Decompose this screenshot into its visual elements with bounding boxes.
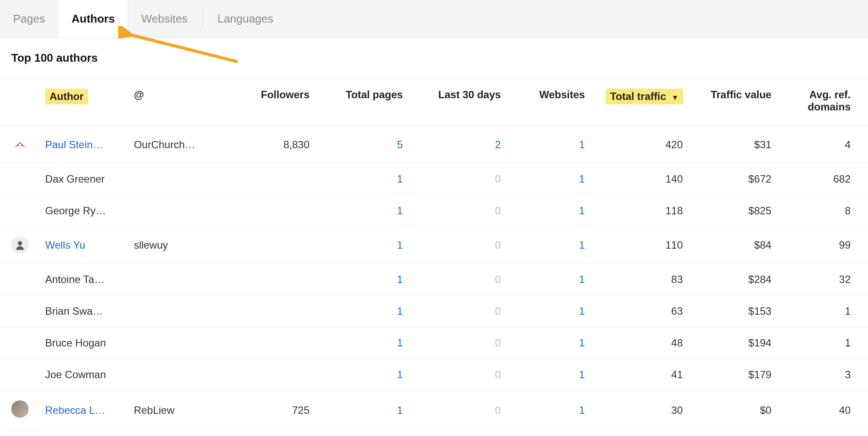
cell-avg-ref: 1 <box>779 327 868 359</box>
cell-total-traffic: 48 <box>593 327 691 359</box>
total-pages-link[interactable]: 1 <box>397 239 403 251</box>
websites-link[interactable]: 1 <box>579 273 584 285</box>
cell-avg-ref: 4 <box>779 126 868 163</box>
websites-link[interactable]: 1 <box>579 369 584 380</box>
cell-traffic-value: $672 <box>691 163 779 195</box>
cell-websites: 1 <box>508 227 592 264</box>
table-row: Wells Yusllewuy101110$8499 <box>0 227 868 264</box>
total-pages-link[interactable]: 1 <box>397 205 403 216</box>
col-header-avatar <box>0 78 37 126</box>
col-header-avg-ref-domains[interactable]: Avg. ref. domains <box>779 78 868 126</box>
cell-websites: 1 <box>508 126 592 163</box>
cell-at: OurChurch… <box>126 126 228 163</box>
authors-table: Author @ Followers Total pages Last 30 d… <box>0 78 868 430</box>
cell-avatar <box>0 327 37 359</box>
total-pages-link[interactable]: 1 <box>397 404 403 416</box>
author-link[interactable]: Wells Yu <box>45 239 86 251</box>
cell-traffic-value: $31 <box>691 126 779 163</box>
cell-author: Antoine Ta… <box>37 264 126 296</box>
cell-avg-ref: 1 <box>779 296 868 327</box>
cell-author: Rebecca L… <box>37 391 126 430</box>
cell-avatar <box>0 296 37 327</box>
cell-traffic-value: $179 <box>691 359 779 391</box>
cell-followers <box>229 264 317 296</box>
col-header-at[interactable]: @ <box>126 78 228 126</box>
cell-avatar <box>0 195 37 227</box>
cell-followers <box>229 163 317 195</box>
websites-link[interactable]: 1 <box>579 173 584 185</box>
table-row: Bruce Hogan10148$1941 <box>0 327 868 359</box>
author-avatar-icon <box>11 136 29 153</box>
cell-last-30: 0 <box>411 327 509 359</box>
cell-followers <box>229 327 317 359</box>
cell-traffic-value: $194 <box>691 327 779 359</box>
websites-link[interactable]: 1 <box>579 404 584 416</box>
cell-author: Dax Greener <box>37 163 126 195</box>
tab-websites[interactable]: Websites <box>128 0 200 38</box>
cell-at: sllewuy <box>126 227 228 264</box>
websites-link[interactable]: 1 <box>579 337 584 349</box>
cell-at <box>126 264 228 296</box>
cell-traffic-value: $284 <box>691 264 779 296</box>
last-30-value: 0 <box>495 173 501 185</box>
websites-link[interactable]: 1 <box>579 239 584 251</box>
author-name: Antoine Ta… <box>45 273 105 285</box>
cell-traffic-value: $825 <box>691 195 779 227</box>
cell-avg-ref: 8 <box>779 195 868 227</box>
last-30-value[interactable]: 2 <box>495 139 501 150</box>
author-name: Dax Greener <box>45 173 105 185</box>
cell-total-pages: 1 <box>317 227 411 264</box>
cell-avatar <box>0 126 37 163</box>
col-header-total-traffic[interactable]: Total traffic ▼ <box>593 78 691 126</box>
tab-bar: Pages Authors Websites Languages <box>0 0 868 38</box>
cell-followers: 725 <box>229 391 317 430</box>
cell-avg-ref: 682 <box>779 163 868 195</box>
author-name: Joe Cowman <box>45 369 106 380</box>
total-pages-link[interactable]: 1 <box>397 369 403 380</box>
total-pages-link[interactable]: 1 <box>397 273 403 285</box>
cell-total-pages: 1 <box>317 296 411 327</box>
cell-at <box>126 195 228 227</box>
author-link[interactable]: Rebecca L… <box>45 404 106 416</box>
col-header-followers[interactable]: Followers <box>229 78 317 126</box>
col-header-last-30-days[interactable]: Last 30 days <box>411 78 509 126</box>
table-row: Brian Swa…10163$1531 <box>0 296 868 327</box>
col-header-author[interactable]: Author <box>37 78 126 126</box>
col-header-total-pages[interactable]: Total pages <box>317 78 411 126</box>
cell-author: George Ry… <box>37 195 126 227</box>
table-row: Antoine Ta…10183$28432 <box>0 264 868 296</box>
cell-at <box>126 296 228 327</box>
cell-last-30: 0 <box>411 163 509 195</box>
col-header-traffic-value[interactable]: Traffic value <box>691 78 779 126</box>
cell-avg-ref: 32 <box>779 264 868 296</box>
total-pages-link[interactable]: 1 <box>397 305 403 317</box>
author-avatar-icon <box>11 400 29 418</box>
author-name: Bruce Hogan <box>45 337 106 349</box>
total-pages-link[interactable]: 1 <box>397 173 403 185</box>
cell-at: RebLiew <box>126 391 228 430</box>
author-name: Brian Swa… <box>45 305 103 317</box>
total-pages-link[interactable]: 5 <box>397 139 403 150</box>
col-header-websites[interactable]: Websites <box>508 78 592 126</box>
cell-websites: 1 <box>508 391 592 430</box>
author-link[interactable]: Paul Stein… <box>45 139 103 150</box>
tab-authors[interactable]: Authors <box>58 0 129 38</box>
cell-avatar <box>0 359 37 391</box>
sort-desc-icon: ▼ <box>672 94 679 101</box>
page-title: Top 100 authors <box>0 38 868 78</box>
websites-link[interactable]: 1 <box>579 305 584 317</box>
cell-traffic-value: $84 <box>691 227 779 264</box>
cell-websites: 1 <box>508 264 592 296</box>
cell-followers <box>229 296 317 327</box>
last-30-value: 0 <box>495 404 501 416</box>
svg-point-1 <box>17 145 19 146</box>
tab-languages[interactable]: Languages <box>205 0 287 38</box>
cell-last-30: 0 <box>411 195 509 227</box>
cell-author: Paul Stein… <box>37 126 126 163</box>
cell-total-traffic: 110 <box>593 227 691 264</box>
websites-link[interactable]: 1 <box>579 139 584 150</box>
tab-pages[interactable]: Pages <box>0 0 58 38</box>
cell-total-pages: 1 <box>317 359 411 391</box>
total-pages-link[interactable]: 1 <box>397 337 403 349</box>
websites-link[interactable]: 1 <box>579 205 584 216</box>
